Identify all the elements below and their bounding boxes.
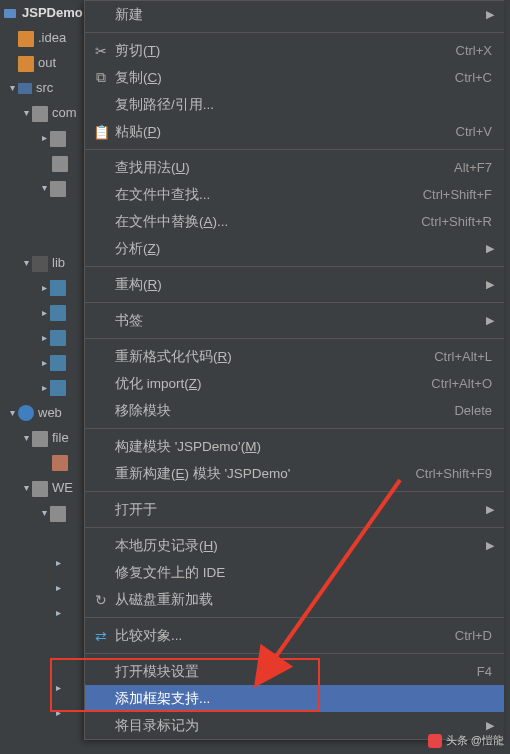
shortcut: Ctrl+D: [455, 628, 494, 643]
folder-icon: [32, 256, 48, 272]
tree-label: lib: [52, 255, 65, 270]
menu-make-module[interactable]: 构建模块 'JSPDemo'(M): [85, 433, 504, 460]
tree-node-web[interactable]: ▾ web: [0, 400, 90, 425]
menu-separator: [85, 491, 504, 492]
menu-label: 在文件中查找...: [111, 186, 423, 204]
tree-node[interactable]: ▸: [0, 700, 90, 725]
menu-label: 剪切(T): [111, 42, 456, 60]
tree-node[interactable]: ▸: [0, 600, 90, 625]
menu-label: 书签: [111, 312, 482, 330]
menu-label: 查找用法(U): [111, 159, 454, 177]
tree-node[interactable]: ▸: [0, 275, 90, 300]
menu-cut[interactable]: ✂ 剪切(T) Ctrl+X: [85, 37, 504, 64]
chevron-right-icon: ▸: [38, 357, 50, 368]
tree-node-com[interactable]: ▾ com: [0, 100, 90, 125]
tree-node[interactable]: ▸: [0, 575, 90, 600]
menu-repair-ide[interactable]: 修复文件上的 IDE: [85, 559, 504, 586]
menu-paste[interactable]: 📋 粘贴(P) Ctrl+V: [85, 118, 504, 145]
tree-node[interactable]: ▾: [0, 175, 90, 200]
menu-find-in-files[interactable]: 在文件中查找... Ctrl+Shift+F: [85, 181, 504, 208]
folder-src-icon: [18, 83, 32, 94]
tree-node[interactable]: ▸: [0, 125, 90, 150]
menu-label: 从磁盘重新加载: [111, 591, 494, 609]
jar-icon: [50, 305, 66, 321]
submenu-arrow-icon: ▶: [482, 278, 494, 291]
menu-separator: [85, 527, 504, 528]
watermark-text: 头条 @愷龍: [446, 733, 504, 748]
tree-label: com: [52, 105, 77, 120]
reload-icon: ↻: [91, 592, 111, 608]
package-icon: [52, 156, 68, 172]
jar-icon: [50, 355, 66, 371]
package-icon: [32, 106, 48, 122]
menu-remove-module[interactable]: 移除模块 Delete: [85, 397, 504, 424]
shortcut: Ctrl+V: [456, 124, 494, 139]
menu-separator: [85, 149, 504, 150]
paste-icon: 📋: [91, 124, 111, 140]
menu-analyze[interactable]: 分析(Z) ▶: [85, 235, 504, 262]
shortcut: Ctrl+Alt+O: [431, 376, 494, 391]
menu-separator: [85, 617, 504, 618]
tree-node[interactable]: ▸: [0, 750, 90, 754]
menu-optimize-imports[interactable]: 优化 import(Z) Ctrl+Alt+O: [85, 370, 504, 397]
tree-node[interactable]: ▸: [0, 325, 90, 350]
chevron-down-icon: ▾: [6, 82, 18, 93]
project-root[interactable]: JSPDemo: [0, 0, 90, 25]
menu-find-usages[interactable]: 查找用法(U) Alt+F7: [85, 154, 504, 181]
toutiao-icon: [428, 734, 442, 748]
menu-compare-with[interactable]: ⇄ 比较对象... Ctrl+D: [85, 622, 504, 649]
tree-node[interactable]: ▸: [0, 375, 90, 400]
menu-separator: [85, 32, 504, 33]
chevron-right-icon: ▸: [38, 307, 50, 318]
menu-add-framework[interactable]: 添加框架支持...: [85, 685, 504, 712]
tree-node[interactable]: ▸: [0, 300, 90, 325]
menu-module-settings[interactable]: 打开模块设置 F4: [85, 658, 504, 685]
tree-node-lib[interactable]: ▾ lib: [0, 250, 90, 275]
context-menu: 新建 ▶ ✂ 剪切(T) Ctrl+X ⧉ 复制(C) Ctrl+C 复制路径/…: [84, 0, 504, 740]
shortcut: Ctrl+X: [456, 43, 494, 58]
copy-icon: ⧉: [91, 69, 111, 86]
menu-bookmarks[interactable]: 书签 ▶: [85, 307, 504, 334]
package-icon: [50, 181, 66, 197]
watermark: 头条 @愷龍: [428, 733, 504, 748]
folder-icon: [18, 31, 34, 47]
tree-node[interactable]: ▸: [0, 550, 90, 575]
chevron-down-icon: ▾: [20, 432, 32, 443]
menu-open-in[interactable]: 打开于 ▶: [85, 496, 504, 523]
shortcut: Ctrl+Shift+F9: [415, 466, 494, 481]
tree-node-src[interactable]: ▾ src: [0, 75, 90, 100]
menu-label: 新建: [111, 6, 482, 24]
tree-node-we[interactable]: ▾ WE: [0, 475, 90, 500]
jar-icon: [50, 330, 66, 346]
submenu-arrow-icon: ▶: [482, 539, 494, 552]
menu-reload-disk[interactable]: ↻ 从磁盘重新加载: [85, 586, 504, 613]
tree-node-out[interactable]: out: [0, 50, 90, 75]
menu-reformat[interactable]: 重新格式化代码(R) Ctrl+Alt+L: [85, 343, 504, 370]
menu-label: 比较对象...: [111, 627, 455, 645]
tree-node[interactable]: [0, 450, 90, 475]
folder-icon: [32, 431, 48, 447]
menu-replace-in-files[interactable]: 在文件中替换(A)... Ctrl+Shift+R: [85, 208, 504, 235]
shortcut: Ctrl+Shift+F: [423, 187, 494, 202]
menu-label: 打开模块设置: [111, 663, 477, 681]
menu-refactor[interactable]: 重构(R) ▶: [85, 271, 504, 298]
menu-rebuild-module[interactable]: 重新构建(E) 模块 'JSPDemo' Ctrl+Shift+F9: [85, 460, 504, 487]
file-icon: [52, 455, 68, 471]
tree-label: WE: [52, 480, 73, 495]
cut-icon: ✂: [91, 43, 111, 59]
menu-label: 复制路径/引用...: [111, 96, 494, 114]
tree-node[interactable]: ▸: [0, 350, 90, 375]
folder-icon: [50, 506, 66, 522]
menu-copy[interactable]: ⧉ 复制(C) Ctrl+C: [85, 64, 504, 91]
menu-copy-path[interactable]: 复制路径/引用...: [85, 91, 504, 118]
tree-node[interactable]: ▾: [0, 500, 90, 525]
menu-local-history[interactable]: 本地历史记录(H) ▶: [85, 532, 504, 559]
menu-separator: [85, 428, 504, 429]
submenu-arrow-icon: ▶: [482, 719, 494, 732]
web-icon: [18, 405, 34, 421]
tree-node[interactable]: [0, 150, 90, 175]
menu-new[interactable]: 新建 ▶: [85, 1, 504, 28]
tree-node[interactable]: ▸: [0, 675, 90, 700]
tree-node-idea[interactable]: .idea: [0, 25, 90, 50]
tree-node-file[interactable]: ▾ file: [0, 425, 90, 450]
